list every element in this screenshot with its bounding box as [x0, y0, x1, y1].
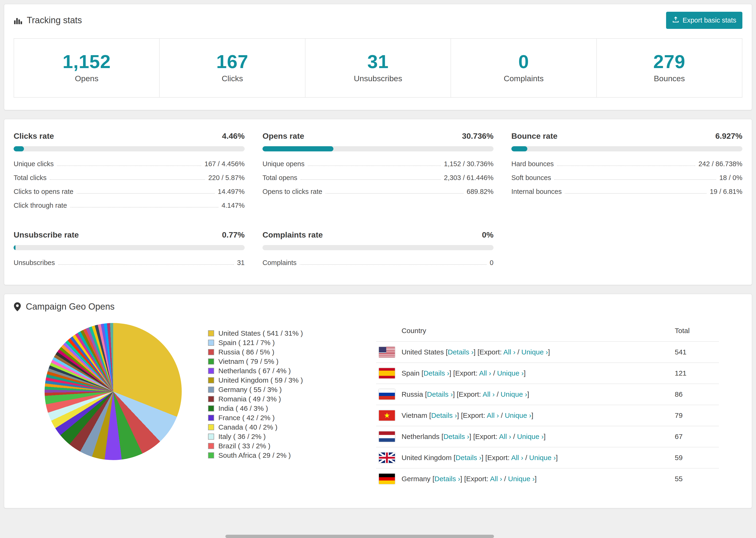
export-prefix: Export:	[463, 411, 485, 419]
legend-swatch	[208, 377, 214, 383]
legend-swatch	[208, 424, 214, 430]
legend-label: Spain ( 121 / 7% )	[218, 339, 275, 347]
export-all-link[interactable]: All ›	[482, 390, 495, 398]
export-unique-link[interactable]: Unique ›	[501, 390, 527, 398]
rate-detail-row: Total clicks220 / 5.87%	[14, 171, 244, 185]
legend-swatch	[208, 405, 214, 411]
details-link[interactable]: Details ›	[431, 411, 457, 419]
geo-table-row: Russia [Details ›] [Export: All › / Uniq…	[376, 384, 719, 405]
country-cell: Russia [Details ›] [Export: All › / Uniq…	[399, 384, 672, 405]
rate-detail-value: 220 / 5.87%	[208, 174, 244, 182]
bracket-close: ]	[524, 369, 526, 377]
rate-detail-label: Clicks to opens rate	[14, 188, 74, 195]
export-all-link[interactable]: All ›	[503, 348, 515, 356]
rate-detail-row: Unsubscribes31	[14, 256, 244, 270]
country-flag-icon	[379, 410, 395, 421]
progress-fill	[512, 146, 527, 151]
legend-swatch	[208, 452, 214, 458]
export-unique-link[interactable]: Unique ›	[517, 433, 544, 440]
rate-detail-value: 1,152 / 30.736%	[444, 160, 494, 168]
rate-panel: Unsubscribe rate 0.77% Unsubscribes31	[14, 230, 244, 270]
bar-chart-icon	[14, 16, 22, 25]
rate-detail-label: Total clicks	[14, 174, 46, 182]
rate-panel: Clicks rate 4.46% Unique clicks167 / 4.4…	[14, 132, 244, 212]
dotted-leader	[565, 193, 706, 194]
export-unique-link[interactable]: Unique ›	[497, 369, 523, 377]
bracket-open: [	[432, 475, 434, 483]
rate-head: Complaints rate 0%	[262, 230, 494, 240]
bracket-close: ]	[457, 411, 459, 419]
horizontal-scrollbar-thumb[interactable]	[225, 535, 494, 538]
country-total: 67	[672, 426, 719, 447]
rate-rows: Unsubscribes31	[14, 256, 244, 270]
legend-label: Germany ( 55 / 3% )	[218, 386, 282, 394]
export-all-link[interactable]: All ›	[499, 433, 511, 440]
dashboard-page: Tracking stats Export basic stats 1,152 …	[0, 0, 756, 512]
progress-bar	[14, 146, 244, 151]
bracket-close: ]	[544, 433, 546, 440]
stat-box: 167 Clicks	[160, 39, 305, 97]
legend-item: Netherlands ( 67 / 4% )	[208, 366, 303, 376]
rate-detail-row: Clicks to opens rate14.497%	[14, 185, 244, 198]
legend-label: United States ( 541 / 31% )	[218, 329, 303, 337]
country-flag-icon	[379, 431, 395, 442]
rate-detail-row: Internal bounces19 / 6.81%	[512, 185, 742, 198]
rate-detail-value: 242 / 86.738%	[698, 160, 742, 168]
rate-head: Clicks rate 4.46%	[14, 132, 244, 140]
export-unique-link[interactable]: Unique ›	[508, 475, 535, 483]
bracket-close: ]	[460, 475, 462, 483]
legend-swatch	[208, 415, 214, 421]
flag-cell	[376, 363, 399, 384]
bracket-open: [	[473, 433, 475, 440]
export-basic-stats-button[interactable]: Export basic stats	[666, 12, 742, 29]
legend-label: Brazil ( 33 / 2% )	[218, 442, 270, 450]
bracket-open: [	[425, 390, 427, 398]
details-link[interactable]: Details ›	[448, 348, 473, 356]
stat-box: 0 Complaints	[451, 39, 597, 97]
rate-value: 30.736%	[462, 132, 494, 140]
country-total: 59	[672, 447, 719, 468]
export-unique-link[interactable]: Unique ›	[521, 348, 548, 356]
export-all-link[interactable]: All ›	[487, 411, 499, 419]
legend-label: Netherlands ( 67 / 4% )	[218, 367, 291, 375]
rate-detail-label: Complaints	[262, 259, 297, 267]
export-unique-link[interactable]: Unique ›	[505, 411, 531, 419]
progress-bar	[262, 146, 494, 151]
stat-value: 279	[597, 51, 742, 73]
rate-detail-label: Unique clicks	[14, 160, 54, 168]
flag-cell	[376, 447, 399, 468]
details-link[interactable]: Details ›	[434, 475, 460, 483]
export-unique-link[interactable]: Unique ›	[529, 454, 556, 461]
details-link[interactable]: Details ›	[427, 390, 453, 398]
country-name: Vietnam	[402, 411, 427, 419]
country-total: 86	[672, 384, 719, 405]
details-link[interactable]: Details ›	[423, 369, 449, 377]
export-all-link[interactable]: All ›	[511, 454, 523, 461]
rate-detail-row: Click through rate4.147%	[14, 198, 244, 212]
rate-detail-value: 31	[237, 259, 244, 267]
progress-fill	[262, 146, 333, 151]
details-link[interactable]: Details ›	[456, 454, 481, 461]
rate-title: Bounce rate	[512, 132, 558, 140]
bracket-open: [	[453, 369, 455, 377]
legend-item: India ( 46 / 3% )	[208, 404, 303, 413]
rate-panel: Bounce rate 6.927% Hard bounces242 / 86.…	[512, 132, 742, 212]
geo-table-body: United States [Details ›] [Export: All ›…	[376, 342, 719, 489]
flag-cell	[376, 426, 399, 447]
country-flag-icon	[379, 347, 395, 357]
rate-detail-value: 0	[490, 259, 494, 267]
rate-head: Bounce rate 6.927%	[512, 132, 742, 140]
details-link[interactable]: Details ›	[444, 433, 469, 440]
geo-table-row: Vietnam [Details ›] [Export: All › / Uni…	[376, 405, 719, 426]
country-total: 541	[672, 342, 719, 363]
export-all-link[interactable]: All ›	[490, 475, 502, 483]
rate-detail-value: 689.82%	[467, 188, 494, 195]
stat-label: Bounces	[597, 74, 742, 83]
legend-label: France ( 42 / 2% )	[218, 414, 275, 422]
rates-grid: Clicks rate 4.46% Unique clicks167 / 4.4…	[14, 132, 742, 270]
legend-label: Russia ( 86 / 5% )	[218, 348, 274, 356]
geo-title: Campaign Geo Opens	[14, 301, 115, 312]
stat-value: 31	[305, 51, 451, 73]
bracket-close: ]	[548, 348, 550, 356]
export-all-link[interactable]: All ›	[479, 369, 491, 377]
